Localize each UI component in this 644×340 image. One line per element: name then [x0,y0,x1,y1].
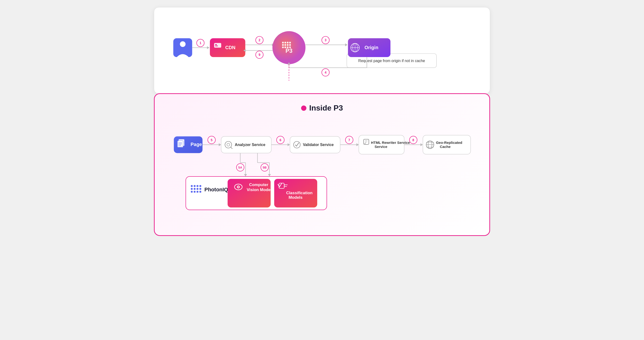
ai-box: PhotonIQ AI Computer Vision Models Class… [186,176,327,210]
svg-text:6: 6 [280,138,282,142]
svg-rect-27 [289,44,291,46]
svg-text:P3: P3 [286,48,292,54]
step-6-arrow: 6 [271,136,290,146]
svg-point-110 [191,185,193,187]
top-diagram-svg: 1 CDN 2 9 [168,17,476,83]
svg-text:Page: Page [191,142,202,147]
svg-rect-21 [284,42,286,43]
svg-marker-34 [345,43,348,46]
analyzer-node: Analyzer Service [221,137,271,153]
svg-text:7: 7 [348,138,350,142]
svg-text:Validator Service: Validator Service [303,143,334,147]
svg-point-117 [199,188,201,190]
svg-marker-106 [268,174,271,176]
top-diagram: 1 CDN 2 9 [154,7,490,94]
p3-title: Inside P3 [169,104,475,112]
page-node: Page [174,137,202,153]
svg-text:Request page from origin if no: Request page from origin if not in cache [358,59,425,63]
step-5a-connector: 5A [236,153,247,177]
svg-text:3: 3 [325,38,326,42]
svg-text:2: 2 [258,38,260,42]
svg-point-116 [196,188,198,190]
svg-marker-3 [207,46,210,49]
svg-text:HTML Rewriter Service: HTML Rewriter Service [371,141,410,145]
svg-rect-7 [214,43,221,48]
step-5b-connector: 5B [258,153,271,177]
svg-text:Origin: Origin [364,45,378,50]
inside-p3-label: Inside P3 [309,104,343,112]
svg-marker-100 [244,174,247,176]
svg-rect-28 [282,46,284,48]
svg-point-119 [194,191,196,193]
svg-rect-26 [287,44,288,46]
svg-text:Vision Models: Vision Models [246,187,274,192]
svg-text:Geo-Replicated: Geo-Replicated [436,141,462,145]
svg-rect-24 [282,44,284,46]
svg-text:Classification: Classification [286,191,313,195]
svg-text:Analyzer Service: Analyzer Service [235,143,265,147]
cache-node: Geo-Replicated Cache [423,135,471,155]
rewriter-node: HTML Rewriter Service Service [359,135,410,155]
svg-marker-76 [356,143,359,146]
svg-text:8: 8 [412,138,414,142]
svg-marker-69 [288,143,290,146]
svg-text:Models: Models [288,195,302,200]
svg-text:1: 1 [200,41,202,45]
svg-point-120 [196,191,198,193]
svg-text:CDN: CDN [225,45,236,50]
svg-rect-8 [215,44,217,45]
p3-indicator-dot [301,106,306,111]
svg-text:Computer: Computer [249,182,268,187]
svg-point-111 [194,185,196,187]
svg-marker-60 [219,143,221,146]
step-5-arrow: 5 [202,136,221,146]
origin-node: Origin [348,38,390,57]
svg-point-112 [196,185,198,187]
p3-container: Inside P3 Page [154,93,490,236]
svg-marker-86 [420,143,423,146]
svg-point-113 [199,185,201,187]
svg-point-115 [194,188,196,190]
svg-text:Service: Service [374,145,387,149]
svg-text:Cache: Cache [440,145,451,149]
svg-point-1 [180,41,186,47]
svg-point-118 [191,191,193,193]
step-7-arrow: 7 [340,136,359,146]
svg-text:9: 9 [258,53,260,57]
step-1: 1 [192,39,210,49]
step-3-arrow: 3 [306,36,348,46]
step-9-arrow: 9 [244,49,274,58]
svg-rect-20 [282,42,284,43]
p3-inner-svg: Page 5 Analyzer Service 6 [169,122,475,222]
user-node [173,38,192,57]
step-2-arrow: 2 [246,36,274,46]
svg-text:4: 4 [325,71,326,74]
svg-rect-23 [289,42,291,43]
svg-point-126 [238,186,239,187]
svg-rect-9 [215,45,218,46]
validator-node: Validator Service [290,137,340,153]
cdn-node: CDN [210,38,245,57]
svg-text:5A: 5A [238,166,242,169]
svg-rect-25 [284,44,286,46]
svg-text:5B: 5B [263,166,267,169]
svg-rect-22 [287,42,288,43]
svg-text:5: 5 [210,138,212,142]
svg-point-114 [191,188,193,190]
svg-point-121 [199,191,201,193]
p3-node: P3 [272,31,306,64]
